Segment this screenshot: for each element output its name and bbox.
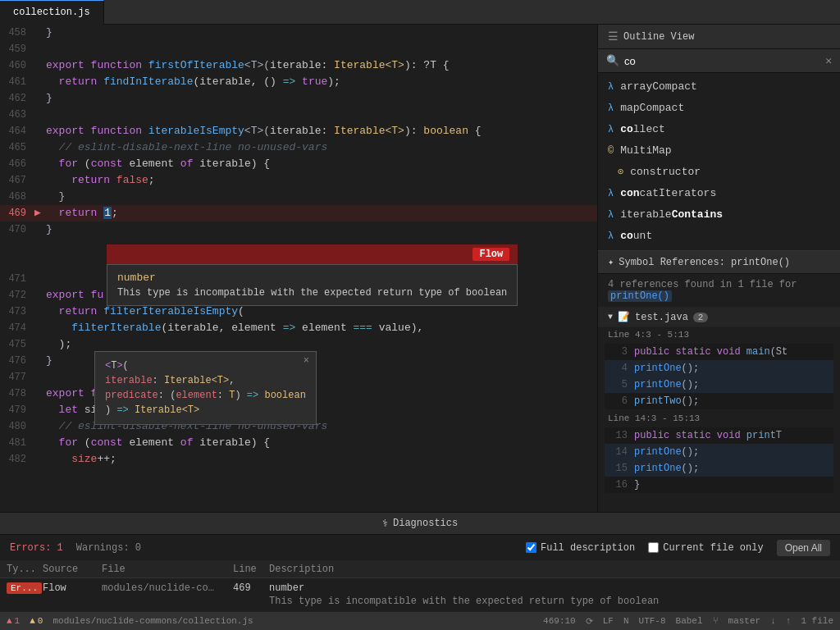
line-462: 462 } [0,90,597,107]
col-line-cell: 469 [226,578,262,598]
refs-code-line: 5 printOne(); [605,377,833,393]
line-474: 474 filterIterable(iterable, element => … [0,320,597,336]
outline-item-constructor[interactable]: ⊙ constructor [598,162,840,183]
refs-range-1: Line 4:3 - 5:13 [598,327,840,342]
main-area: 458 } 459 460 export function firstOfIte… [0,25,840,512]
current-file-only-text: Current file only [663,542,763,554]
file-icon: 📝 [618,311,630,323]
outline-item-arraycompact[interactable]: λ arrayCompact [598,76,840,98]
status-encoding: UTF-8 [639,616,666,626]
desc-main: number [269,582,833,594]
status-branch-icon: ⑂ [713,616,719,626]
sig-popup-close[interactable]: × [304,355,309,367]
signature-popup: × <T>( iterable: Iterable<T>, predicate:… [94,351,317,425]
refs-content[interactable]: ▼ 📝 test.java 2 Line 4:3 - 5:13 3 public… [598,308,840,512]
sig-line-1: <T>( [105,358,306,373]
refs-code-block-1: 3 public static void main(St 4 printOne(… [605,344,833,409]
status-position: 469:10 [543,616,576,626]
status-branch: master [728,616,761,626]
status-error: ▲ 1 [7,616,20,626]
right-panel: ☰ Outline View 🔍 ✕ λ arrayCompact λ mapC… [598,25,840,512]
symbol-references-panel: ✦ Symbol References: printOne() 4 refere… [598,250,840,512]
refs-code-line: 16 } [605,477,833,493]
editor[interactable]: 458 } 459 460 export function firstOfIte… [0,25,598,512]
status-warning-count: 0 [38,616,43,626]
col-desc-cell: number This type is incompatible with th… [262,578,840,611]
status-error-count: 1 [15,616,21,626]
outline-panel-header: ☰ Outline View [598,25,840,49]
refs-range-2: Line 14:3 - 15:13 [598,411,840,426]
search-clear-icon[interactable]: ✕ [825,54,832,67]
status-file-count: 1 file [801,616,833,626]
refs-file-header: ▼ 📝 test.java 2 [598,308,840,327]
outline-search-input[interactable] [624,55,820,67]
full-description-text: Full description [541,542,635,554]
outline-list: λ arrayCompact λ mapCompact λ collect © … [598,73,840,250]
line-465: 465 // eslint-disable-next-line no-unuse… [0,139,597,156]
sym-refs-title: Symbol References: printOne() [619,257,790,268]
tooltip-message: This type is incompatible with the expec… [117,287,507,299]
status-syntax: Babel [676,616,703,626]
refs-summary: 4 references found in 1 file for printOn… [598,274,840,308]
line-459: 459 [0,41,597,57]
full-description-checkbox[interactable] [526,542,536,553]
outline-item-collect[interactable]: λ collect [598,119,840,140]
outline-label: iterableContains [620,206,723,224]
sig-line-2: iterable: Iterable<T>, [105,373,306,388]
outline-title: Outline View [623,31,694,43]
col-source-header: Source [36,561,95,578]
line-467: 467 return false; [0,172,597,189]
outline-icon: ☰ [608,30,619,43]
col-file-header: File [95,561,226,578]
tab-bar: collection.js [0,0,840,25]
class-icon: © [608,142,614,160]
refs-code-block-2: 13 public static void printT 14 printOne… [605,427,833,493]
sig-line-3: predicate: (element: T) => boolean [105,388,306,403]
outline-item-count[interactable]: λ count [598,226,840,247]
line-473: 473 return filterIterableIsEmpty( [0,304,597,320]
line-464: 464 export function iterableIsEmpty<T>(i… [0,123,597,139]
lambda-icon: λ [608,227,614,245]
outline-view: ☰ Outline View 🔍 ✕ λ arrayCompact λ mapC… [598,25,840,250]
chevron-down-icon: ▼ [608,313,613,322]
outline-item-multimap[interactable]: © MultiMap [598,140,840,162]
refs-code-line: 14 printOne(); [605,444,833,460]
status-sync-icon: ⟳ [586,616,593,627]
outline-label: mapCompact [620,99,684,117]
line-461: 461 return findInIterable(iterable, () =… [0,74,597,90]
sym-refs-header: ✦ Symbol References: printOne() [598,251,840,274]
col-line-header: Line [226,561,262,578]
outline-item-mapcompact[interactable]: λ mapCompact [598,98,840,119]
full-description-label[interactable]: Full description [526,542,635,554]
refs-code-line: 6 printTwo(); [605,393,833,409]
outline-label: constructor [630,163,701,181]
sym-refs-icon: ✦ [608,256,614,268]
tab-collection-js[interactable]: collection.js [0,0,104,25]
sig-line-4: ) => Iterable<T> [105,403,306,418]
col-file-cell: modules/nuclide-com... [95,578,226,598]
line-458: 458 } [0,25,597,41]
outline-item-iterablecontains[interactable]: λ iterableContains [598,204,840,226]
desc-sub: This type is incompatible with the expec… [269,596,833,607]
refs-code-line: 3 public static void main(St [605,344,833,360]
open-all-button[interactable]: Open All [777,540,830,556]
warning-count: Warnings: 0 [76,542,141,554]
col-type-header: Ty... [0,561,36,578]
status-line-ending: LF [603,616,614,626]
refs-file-badge: 2 [693,313,709,322]
col-source-cell: Flow [36,578,95,598]
lambda-icon: λ [608,99,614,117]
current-file-only-checkbox[interactable] [648,542,659,553]
outline-item-concatiterators[interactable]: λ concatIterators [598,183,840,204]
current-file-only-label[interactable]: Current file only [648,542,763,554]
editor-content: 458 } 459 460 export function firstOfIte… [0,25,597,468]
outline-label: MultiMap [620,142,671,160]
outline-search-bar[interactable]: 🔍 ✕ [598,49,840,73]
status-warning: ▲ 0 [30,616,43,626]
search-icon: 🔍 [606,54,619,67]
refs-code-line: 4 printOne(); [605,360,833,377]
lambda-icon: λ [608,185,614,203]
diagnostics-header[interactable]: ⚕ Diagnostics [0,512,840,535]
col-type-cell: Er... [0,578,36,598]
bottom-area: ⚕ Diagnostics Errors: 1 Warnings: 0 Full… [0,512,840,612]
